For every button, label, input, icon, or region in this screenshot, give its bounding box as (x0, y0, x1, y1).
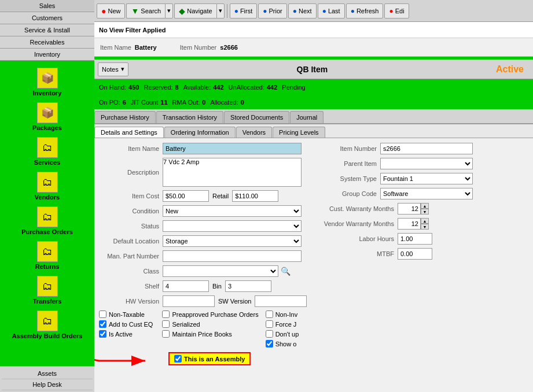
parent-item-select[interactable] (380, 158, 473, 169)
subtab-pricing[interactable]: Pricing Levels (273, 127, 325, 138)
first-button[interactable]: ● First (230, 3, 258, 19)
reserved-value: 8 (175, 84, 179, 91)
subtab-ordering[interactable]: Ordering Information (164, 127, 236, 138)
group-code-select[interactable]: Software (380, 188, 473, 199)
non-taxable-checkbox[interactable] (99, 310, 106, 318)
sidebar-item-assembly[interactable]: 🗂 Assembly Build Orders (7, 308, 88, 342)
sidebar-item-service[interactable]: Service & Install (0, 24, 94, 36)
subtab-details[interactable]: Details and Settings (94, 127, 164, 138)
inventory-icon: 📦 (37, 68, 58, 88)
sidebar-item-customers[interactable]: Customers (0, 12, 94, 24)
sidebar-item-receivables[interactable]: Receivables (0, 36, 94, 49)
vendor-warranty-down[interactable]: ▼ (421, 224, 429, 230)
jit-count-value: 11 (160, 99, 167, 106)
hw-version-input[interactable] (163, 295, 215, 307)
shelf-input[interactable] (163, 280, 209, 292)
class-search-icon[interactable]: 🔍 (281, 267, 291, 276)
cust-warranty-down[interactable]: ▼ (421, 209, 429, 215)
main-tabs: Purchase History Transaction History Sto… (94, 109, 533, 124)
sidebar-item-assets[interactable]: Assets (2, 368, 93, 379)
description-row: Description 7 Vdc 2 Amp (99, 158, 307, 187)
parent-item-label: Parent Item (317, 160, 380, 167)
default-location-select[interactable]: Storage (163, 235, 302, 247)
condition-select[interactable]: New (163, 205, 302, 217)
cost-retail-row: Item Cost Retail (99, 190, 307, 202)
description-label: Description (99, 169, 163, 176)
dont-up-checkbox[interactable] (266, 330, 273, 338)
jit-count-field: JIT Count 11 (131, 99, 168, 106)
notes-dropdown[interactable]: Notes ▾ (98, 62, 128, 76)
sidebar-item-returns[interactable]: 🗂 Returns (7, 239, 88, 272)
man-part-input[interactable] (163, 250, 302, 262)
item-cost-input[interactable] (163, 190, 209, 202)
description-textarea[interactable]: 7 Vdc 2 Amp (163, 158, 302, 187)
sw-version-input[interactable] (255, 295, 307, 307)
refresh-button[interactable]: ● Refresh (346, 3, 384, 19)
add-to-cust-eq-checkbox[interactable] (99, 320, 106, 328)
sidebar-label-purchase-orders: Purchase Orders (21, 228, 73, 235)
subtab-vendors[interactable]: Vendors (236, 127, 272, 138)
sidebar-item-inventory[interactable]: 📦 Inventory (7, 65, 88, 99)
force-j-checkbox[interactable] (266, 320, 273, 328)
tab-transaction-history[interactable]: Transaction History (156, 111, 223, 123)
is-active-row: Is Active (99, 330, 153, 338)
assembly-checkbox[interactable] (174, 355, 182, 363)
allocated-value: 0 (241, 99, 244, 106)
item-name-input[interactable] (163, 143, 302, 154)
mtbf-input[interactable] (398, 248, 432, 260)
item-number-right-input[interactable] (380, 143, 473, 154)
sidebar-item-transfers[interactable]: 🗂 Transfers (7, 273, 88, 307)
is-active-label: Is Active (109, 331, 133, 338)
cust-warranty-up[interactable]: ▲ (421, 203, 429, 209)
sidebar-item-services[interactable]: 🗂 Services (7, 135, 88, 168)
checkbox-section: Non-Taxable Add to Cust EQ Is Active (99, 310, 307, 347)
sidebar-item-packages[interactable]: 📦 Packages (7, 100, 88, 134)
labor-hours-input[interactable] (398, 233, 432, 245)
prior-label: Prior (269, 8, 282, 14)
item-name-label: Item Name (100, 44, 131, 51)
vendor-warranty-input[interactable] (398, 218, 421, 230)
new-icon: ● (101, 6, 106, 16)
tab-journal[interactable]: Journal (290, 111, 324, 123)
sidebar-item-sales[interactable]: Sales (0, 0, 94, 12)
non-inv-checkbox[interactable] (266, 310, 273, 318)
status-select[interactable] (163, 220, 302, 232)
sidebar-item-purchase-orders[interactable]: 🗂 Purchase Orders (7, 204, 88, 238)
prior-button[interactable]: ● Prior (258, 3, 286, 19)
serialized-checkbox[interactable] (162, 320, 170, 328)
tab-purchase-history[interactable]: Purchase History (94, 111, 156, 123)
non-inv-row: Non-Inv (266, 310, 299, 318)
vendor-warranty-up[interactable]: ▲ (421, 218, 429, 224)
item-number-value: s2666 (220, 44, 238, 51)
purchase-orders-icon: 🗂 (37, 206, 58, 227)
prior-icon: ● (263, 7, 267, 15)
tab-stored-documents[interactable]: Stored Documents (224, 111, 289, 123)
preapproved-po-checkbox[interactable] (162, 310, 170, 318)
cust-warranty-input[interactable] (398, 203, 421, 215)
search-arrow[interactable]: ▾ (165, 3, 173, 19)
edi-button[interactable]: ● Edi (384, 3, 409, 19)
navigate-button[interactable]: ◆ Navigate (174, 3, 216, 19)
class-select[interactable] (163, 265, 278, 277)
search-button[interactable]: ▼ Search (126, 3, 165, 19)
form-left-col: Item Name Description 7 Vdc 2 Amp Item C… (99, 143, 307, 365)
unallocated-label: UnAllocated: (229, 84, 264, 91)
maintain-price-books-checkbox[interactable] (162, 330, 170, 338)
last-button[interactable]: ● Last (318, 3, 345, 19)
sidebar-item-help-desk[interactable]: Help Desk (2, 379, 93, 390)
next-button[interactable]: ● Next (288, 3, 317, 19)
hw-version-label: HW Version (99, 298, 163, 305)
bin-input[interactable] (225, 280, 271, 292)
reserved-label: Reserved: (144, 84, 172, 91)
show-o-checkbox[interactable] (266, 340, 273, 347)
is-active-checkbox[interactable] (99, 330, 106, 338)
on-po-label: On PO: (99, 99, 120, 106)
new-button[interactable]: ● New (97, 3, 125, 19)
system-type-select[interactable]: Fountain 1 (380, 173, 473, 184)
sidebar-item-vendors[interactable]: 🗂 Vendors (7, 169, 88, 203)
retail-input[interactable] (232, 190, 278, 202)
vendor-warranty-spinner-btns: ▲ ▼ (421, 218, 429, 230)
status-row: Status (99, 220, 307, 232)
navigate-arrow[interactable]: ▾ (216, 3, 225, 19)
sidebar-item-inventory-top[interactable]: Inventory (0, 49, 94, 61)
